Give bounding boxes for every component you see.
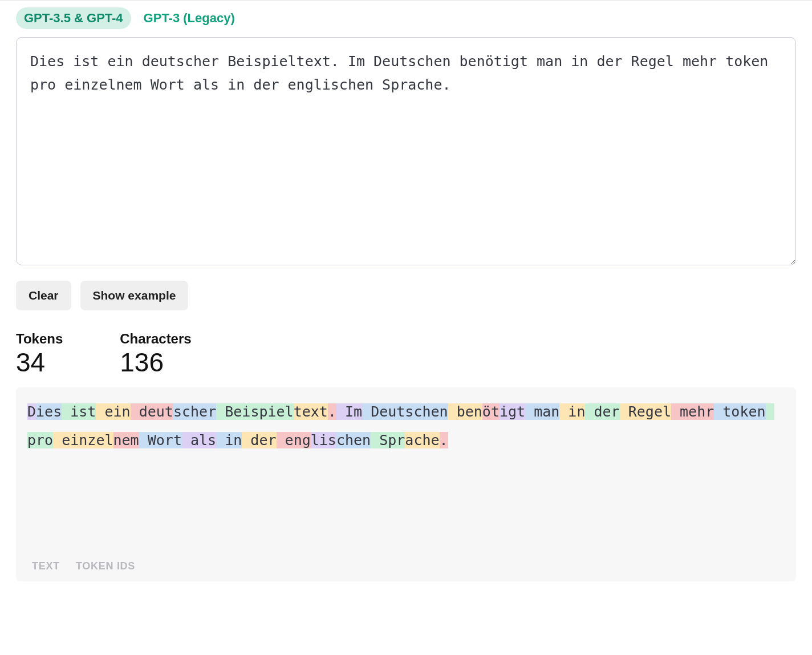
characters-label: Characters: [120, 331, 191, 347]
token-span: Deutschen: [362, 403, 448, 420]
token-span: scher: [173, 403, 216, 420]
token-span: igt: [500, 403, 525, 420]
tokens-stat: Tokens 34: [16, 331, 63, 377]
token-span: text: [294, 403, 328, 420]
token-span: der: [585, 403, 619, 420]
characters-value: 136: [120, 348, 191, 377]
stats-row: Tokens 34 Characters 136: [16, 331, 796, 377]
token-span: chen: [336, 432, 371, 448]
token-span: in: [559, 403, 585, 420]
token-span: token: [714, 403, 765, 420]
token-span: nem: [113, 432, 139, 448]
tokens-label: Tokens: [16, 331, 63, 347]
characters-stat: Characters 136: [120, 331, 191, 377]
token-span: als: [182, 432, 216, 448]
token-span: ist: [62, 403, 96, 420]
token-span: eng: [277, 432, 311, 448]
show-example-button[interactable]: Show example: [80, 281, 189, 310]
action-buttons: Clear Show example: [16, 281, 796, 310]
token-span: in: [216, 432, 242, 448]
tab-gpt3-legacy[interactable]: GPT-3 (Legacy): [136, 7, 243, 29]
panel-view-tabs: TEXT TOKEN IDS: [16, 560, 151, 572]
tokenizer-input[interactable]: [16, 37, 796, 265]
token-span: der: [242, 432, 276, 448]
tokens-value: 34: [16, 348, 63, 377]
token-span: deut: [131, 403, 173, 420]
token-span: mehr: [671, 403, 714, 420]
token-span: Beispiel: [216, 403, 293, 420]
token-span: Spr: [371, 432, 405, 448]
token-span: ein: [96, 403, 130, 420]
token-span: einzel: [53, 432, 113, 448]
model-tabs: GPT-3.5 & GPT-4 GPT-3 (Legacy): [16, 7, 796, 29]
token-visualization-panel: Dies ist ein deutscher Beispieltext. Im …: [16, 387, 796, 581]
token-span: öt: [482, 403, 500, 420]
panel-tab-token-ids[interactable]: TOKEN IDS: [76, 560, 135, 572]
token-span: ache: [405, 432, 439, 448]
token-span: .: [328, 403, 336, 420]
token-span: D: [27, 403, 36, 420]
tokenized-text: Dies ist ein deutscher Beispieltext. Im …: [27, 398, 785, 455]
clear-button[interactable]: Clear: [16, 281, 71, 310]
token-span: ies: [36, 403, 62, 420]
token-span: Im: [336, 403, 362, 420]
token-span: man: [525, 403, 559, 420]
token-span: lis: [311, 432, 336, 448]
tab-gpt35-gpt4[interactable]: GPT-3.5 & GPT-4: [16, 7, 131, 29]
token-span: ben: [448, 403, 482, 420]
token-span: Regel: [620, 403, 671, 420]
token-span: Wort: [139, 432, 182, 448]
token-span: .: [440, 432, 448, 448]
panel-tab-text[interactable]: TEXT: [32, 560, 60, 572]
